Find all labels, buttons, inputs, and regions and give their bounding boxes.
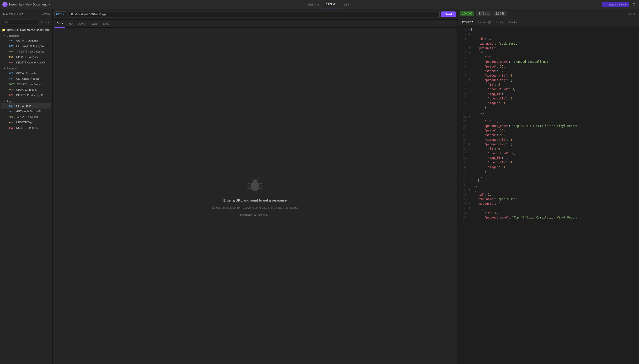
- collapse-marker[interactable]: ▼: [469, 78, 470, 82]
- sidebar-group-categories[interactable]: ▸Categories: [0, 33, 52, 38]
- req-tab-header[interactable]: Header: [87, 20, 101, 28]
- json-token: "id": [484, 119, 491, 124]
- intro-link[interactable]: Introduction to Insomnia ↗: [239, 213, 270, 216]
- json-token: ,: [507, 92, 509, 96]
- sidebar-item-delete-product-by-id[interactable]: DEL DELETE Product by ID: [1, 92, 51, 98]
- send-button[interactable]: Send: [441, 12, 456, 17]
- git-sync-button[interactable]: ⎇ Setup Git Sync: [602, 2, 629, 7]
- tab-test[interactable]: TEST: [339, 0, 353, 9]
- add-icon-button[interactable]: ✦▾: [45, 20, 50, 24]
- indent: [471, 74, 484, 78]
- json-line: 16 "productId": 3,: [458, 96, 639, 101]
- sidebar-group-products[interactable]: ▸Products: [0, 65, 52, 70]
- json-token: 5: [498, 82, 500, 87]
- sidebar-item-update-tag[interactable]: PUT UPDATE Tag: [1, 120, 51, 125]
- indent: [471, 42, 478, 46]
- sidebar-item-delete-tag-by-id[interactable]: DEL DELETE Tag by ID: [1, 125, 51, 130]
- sidebar-item-create-new-category[interactable]: POST CREATE new Category: [1, 49, 51, 54]
- sidebar-item-get-single-category-by-id[interactable]: GET GET single Category by ID: [1, 44, 51, 49]
- json-token: :: [496, 133, 500, 138]
- sidebar-group-tags[interactable]: ▸Tags: [0, 98, 52, 103]
- resp-tab-header[interactable]: Header 7: [476, 18, 493, 26]
- json-token: ,: [500, 82, 502, 87]
- json-token: "Top 40 Music Compilation Vinyl Record": [512, 216, 579, 220]
- sidebar-item-update-category[interactable]: PUT UPDATE Category: [1, 54, 51, 60]
- json-token: 3: [495, 55, 496, 60]
- sidebar-item-create-new-product[interactable]: POST CREATE new Product: [1, 82, 51, 87]
- line-number: 25: [460, 138, 466, 142]
- method-select[interactable]: GET ▾: [55, 12, 66, 17]
- url-input[interactable]: [68, 11, 440, 18]
- resp-tab-timeline[interactable]: Timeline: [506, 18, 521, 26]
- json-token: 4: [512, 151, 514, 156]
- req-tab-query[interactable]: Query: [76, 20, 87, 28]
- json-line: 25 "category_id": 3,: [458, 138, 639, 142]
- cookies-button[interactable]: Cookies: [41, 12, 50, 15]
- json-line: 33 }: [458, 174, 639, 179]
- json-token: {: [481, 50, 483, 55]
- sidebar-item-create-new-tag[interactable]: POST CREATE new Tag: [1, 114, 51, 120]
- collapse-marker[interactable]: ▼: [469, 188, 470, 192]
- json-token: "category_id": [484, 74, 507, 78]
- tab-debug[interactable]: DEBUG: [322, 0, 339, 9]
- json-line: 24 "stock": 50,: [458, 133, 639, 138]
- json-line: 23 "price": 13,: [458, 128, 639, 133]
- chevron-down-icon[interactable]: ▾: [49, 2, 50, 6]
- collapse-marker[interactable]: ▼: [469, 28, 470, 32]
- sidebar-item-get-all-tags[interactable]: GET GET All Tags: [1, 103, 51, 108]
- app-logo-circle: [3, 2, 8, 7]
- json-token: :: [509, 60, 512, 64]
- sidebar-item-get-single-product[interactable]: GET GET single Product: [1, 76, 51, 81]
- json-token: :: [484, 37, 488, 41]
- resp-tab-cookie[interactable]: Cookie: [493, 18, 506, 26]
- resp-tab-preview[interactable]: Preview ▾: [460, 18, 476, 26]
- sort-icon-button[interactable]: ⇅: [39, 20, 44, 24]
- sidebar-item-get-single-tag-by-id[interactable]: GET GET single Tag by ID: [1, 109, 51, 114]
- method-badge: POST: [8, 116, 16, 118]
- line-number: 6: [460, 50, 466, 55]
- json-line: 32 }: [458, 170, 639, 174]
- empty-state-subtitle: Select a body type from above to send da…: [212, 206, 298, 210]
- json-token: : [: [495, 202, 500, 206]
- req-tab-body[interactable]: Body: [55, 20, 65, 28]
- json-token: 3: [512, 87, 514, 92]
- req-tab-auth[interactable]: Auth: [65, 20, 76, 28]
- line-number: 34: [460, 179, 466, 183]
- json-token: ,: [503, 69, 505, 74]
- sidebar-item-get-all-products[interactable]: GET GET All Products: [1, 70, 51, 76]
- collapse-marker[interactable]: ▼: [469, 115, 470, 119]
- json-token: :: [496, 69, 500, 74]
- collapse-marker[interactable]: ▼: [469, 32, 470, 37]
- json-line: 2▼ {: [458, 32, 639, 37]
- filter-input[interactable]: [2, 20, 39, 25]
- settings-button[interactable]: ⚙: [631, 1, 636, 8]
- json-token: "product_name": [484, 216, 509, 220]
- env-dropdown[interactable]: No Environment ▾: [2, 12, 39, 15]
- method-badge: GET: [8, 104, 15, 107]
- json-line: 8 "product_name": "Branded Baseball Hat"…: [458, 60, 639, 64]
- method-badge: PUT: [8, 88, 15, 91]
- method-label: GET: [56, 13, 62, 16]
- json-token: "product_id": [488, 87, 509, 92]
- req-tab-docs[interactable]: Docs: [101, 20, 112, 28]
- sidebar-content: 📁 HW#13 E-Commerce Back End ▸Categories …: [0, 26, 52, 364]
- collapse-marker[interactable]: ▼: [469, 46, 470, 50]
- json-token: :: [491, 119, 495, 124]
- json-token: "tag_id": [488, 92, 502, 96]
- json-token: },: [474, 183, 477, 188]
- tab-design[interactable]: DESIGN: [305, 0, 322, 9]
- collapse-marker[interactable]: ▼: [469, 142, 470, 147]
- json-token: 4: [510, 74, 512, 78]
- indent: [471, 156, 488, 160]
- json-token: "id": [478, 37, 484, 41]
- collapse-marker[interactable]: ▼: [469, 202, 470, 206]
- collapse-marker[interactable]: ▼: [469, 50, 470, 55]
- sidebar-item-update-product[interactable]: PUT UPDATE Product: [1, 87, 51, 92]
- sidebar-item-label: GET All Categories: [16, 39, 39, 42]
- sidebar-item-delete-category-by-id[interactable]: DEL DELETE Category by ID: [1, 60, 51, 65]
- folder-icon: 📁: [2, 28, 6, 32]
- json-line: 27 "id": 9,: [458, 147, 639, 151]
- collapse-marker[interactable]: ▼: [469, 206, 470, 210]
- sidebar-item-get-all-categories[interactable]: GET GET All Categories: [1, 38, 51, 43]
- sidebar-item-label: DELETE Category by ID: [16, 61, 45, 64]
